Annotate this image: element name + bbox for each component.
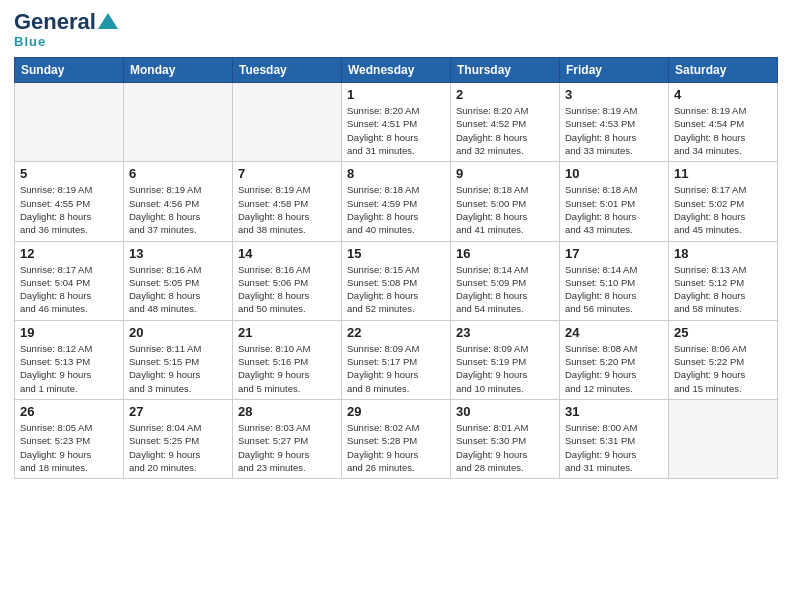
day-number: 17 (565, 246, 663, 261)
calendar-cell-w4d1: 27Sunrise: 8:04 AM Sunset: 5:25 PM Dayli… (124, 399, 233, 478)
svg-marker-0 (98, 13, 118, 29)
day-number: 24 (565, 325, 663, 340)
day-info: Sunrise: 8:19 AM Sunset: 4:53 PM Dayligh… (565, 104, 663, 157)
day-number: 3 (565, 87, 663, 102)
calendar-cell-w3d4: 23Sunrise: 8:09 AM Sunset: 5:19 PM Dayli… (451, 320, 560, 399)
day-number: 9 (456, 166, 554, 181)
calendar-cell-w0d1 (124, 83, 233, 162)
calendar-cell-w4d4: 30Sunrise: 8:01 AM Sunset: 5:30 PM Dayli… (451, 399, 560, 478)
logo-general: General (14, 10, 96, 34)
calendar-header-sunday: Sunday (15, 58, 124, 83)
day-info: Sunrise: 8:15 AM Sunset: 5:08 PM Dayligh… (347, 263, 445, 316)
day-number: 23 (456, 325, 554, 340)
day-info: Sunrise: 8:20 AM Sunset: 4:52 PM Dayligh… (456, 104, 554, 157)
day-number: 28 (238, 404, 336, 419)
day-info: Sunrise: 8:00 AM Sunset: 5:31 PM Dayligh… (565, 421, 663, 474)
day-info: Sunrise: 8:05 AM Sunset: 5:23 PM Dayligh… (20, 421, 118, 474)
day-number: 8 (347, 166, 445, 181)
day-number: 5 (20, 166, 118, 181)
day-number: 15 (347, 246, 445, 261)
calendar: SundayMondayTuesdayWednesdayThursdayFrid… (14, 57, 778, 479)
day-number: 4 (674, 87, 772, 102)
calendar-cell-w0d0 (15, 83, 124, 162)
calendar-cell-w2d2: 14Sunrise: 8:16 AM Sunset: 5:06 PM Dayli… (233, 241, 342, 320)
day-number: 20 (129, 325, 227, 340)
day-number: 18 (674, 246, 772, 261)
day-info: Sunrise: 8:18 AM Sunset: 5:00 PM Dayligh… (456, 183, 554, 236)
calendar-cell-w0d2 (233, 83, 342, 162)
calendar-cell-w2d3: 15Sunrise: 8:15 AM Sunset: 5:08 PM Dayli… (342, 241, 451, 320)
calendar-week-3: 19Sunrise: 8:12 AM Sunset: 5:13 PM Dayli… (15, 320, 778, 399)
day-info: Sunrise: 8:12 AM Sunset: 5:13 PM Dayligh… (20, 342, 118, 395)
calendar-header-monday: Monday (124, 58, 233, 83)
logo: General Blue (14, 10, 119, 49)
calendar-cell-w3d6: 25Sunrise: 8:06 AM Sunset: 5:22 PM Dayli… (669, 320, 778, 399)
calendar-week-1: 5Sunrise: 8:19 AM Sunset: 4:55 PM Daylig… (15, 162, 778, 241)
day-number: 30 (456, 404, 554, 419)
day-info: Sunrise: 8:18 AM Sunset: 4:59 PM Dayligh… (347, 183, 445, 236)
day-info: Sunrise: 8:13 AM Sunset: 5:12 PM Dayligh… (674, 263, 772, 316)
calendar-cell-w0d5: 3Sunrise: 8:19 AM Sunset: 4:53 PM Daylig… (560, 83, 669, 162)
calendar-cell-w1d1: 6Sunrise: 8:19 AM Sunset: 4:56 PM Daylig… (124, 162, 233, 241)
day-info: Sunrise: 8:16 AM Sunset: 5:06 PM Dayligh… (238, 263, 336, 316)
calendar-cell-w1d5: 10Sunrise: 8:18 AM Sunset: 5:01 PM Dayli… (560, 162, 669, 241)
calendar-cell-w3d5: 24Sunrise: 8:08 AM Sunset: 5:20 PM Dayli… (560, 320, 669, 399)
day-info: Sunrise: 8:20 AM Sunset: 4:51 PM Dayligh… (347, 104, 445, 157)
calendar-cell-w0d6: 4Sunrise: 8:19 AM Sunset: 4:54 PM Daylig… (669, 83, 778, 162)
day-info: Sunrise: 8:04 AM Sunset: 5:25 PM Dayligh… (129, 421, 227, 474)
day-number: 12 (20, 246, 118, 261)
calendar-cell-w1d0: 5Sunrise: 8:19 AM Sunset: 4:55 PM Daylig… (15, 162, 124, 241)
calendar-cell-w2d6: 18Sunrise: 8:13 AM Sunset: 5:12 PM Dayli… (669, 241, 778, 320)
calendar-cell-w0d4: 2Sunrise: 8:20 AM Sunset: 4:52 PM Daylig… (451, 83, 560, 162)
calendar-cell-w3d3: 22Sunrise: 8:09 AM Sunset: 5:17 PM Dayli… (342, 320, 451, 399)
day-info: Sunrise: 8:17 AM Sunset: 5:02 PM Dayligh… (674, 183, 772, 236)
day-info: Sunrise: 8:16 AM Sunset: 5:05 PM Dayligh… (129, 263, 227, 316)
calendar-week-2: 12Sunrise: 8:17 AM Sunset: 5:04 PM Dayli… (15, 241, 778, 320)
day-number: 13 (129, 246, 227, 261)
calendar-cell-w1d2: 7Sunrise: 8:19 AM Sunset: 4:58 PM Daylig… (233, 162, 342, 241)
day-info: Sunrise: 8:19 AM Sunset: 4:54 PM Dayligh… (674, 104, 772, 157)
day-info: Sunrise: 8:01 AM Sunset: 5:30 PM Dayligh… (456, 421, 554, 474)
logo-triangle-icon (97, 11, 119, 31)
day-number: 1 (347, 87, 445, 102)
day-number: 26 (20, 404, 118, 419)
day-number: 10 (565, 166, 663, 181)
calendar-header-saturday: Saturday (669, 58, 778, 83)
calendar-header-friday: Friday (560, 58, 669, 83)
day-number: 29 (347, 404, 445, 419)
day-info: Sunrise: 8:08 AM Sunset: 5:20 PM Dayligh… (565, 342, 663, 395)
day-number: 21 (238, 325, 336, 340)
calendar-cell-w2d0: 12Sunrise: 8:17 AM Sunset: 5:04 PM Dayli… (15, 241, 124, 320)
calendar-cell-w4d3: 29Sunrise: 8:02 AM Sunset: 5:28 PM Dayli… (342, 399, 451, 478)
calendar-cell-w1d4: 9Sunrise: 8:18 AM Sunset: 5:00 PM Daylig… (451, 162, 560, 241)
calendar-cell-w1d6: 11Sunrise: 8:17 AM Sunset: 5:02 PM Dayli… (669, 162, 778, 241)
calendar-cell-w4d2: 28Sunrise: 8:03 AM Sunset: 5:27 PM Dayli… (233, 399, 342, 478)
day-info: Sunrise: 8:09 AM Sunset: 5:19 PM Dayligh… (456, 342, 554, 395)
logo-blue: Blue (14, 34, 46, 49)
day-number: 19 (20, 325, 118, 340)
day-info: Sunrise: 8:19 AM Sunset: 4:58 PM Dayligh… (238, 183, 336, 236)
day-number: 25 (674, 325, 772, 340)
day-info: Sunrise: 8:18 AM Sunset: 5:01 PM Dayligh… (565, 183, 663, 236)
calendar-header-wednesday: Wednesday (342, 58, 451, 83)
calendar-header-thursday: Thursday (451, 58, 560, 83)
calendar-header-tuesday: Tuesday (233, 58, 342, 83)
calendar-cell-w4d5: 31Sunrise: 8:00 AM Sunset: 5:31 PM Dayli… (560, 399, 669, 478)
day-info: Sunrise: 8:14 AM Sunset: 5:09 PM Dayligh… (456, 263, 554, 316)
calendar-cell-w2d1: 13Sunrise: 8:16 AM Sunset: 5:05 PM Dayli… (124, 241, 233, 320)
day-info: Sunrise: 8:03 AM Sunset: 5:27 PM Dayligh… (238, 421, 336, 474)
day-number: 27 (129, 404, 227, 419)
calendar-cell-w0d3: 1Sunrise: 8:20 AM Sunset: 4:51 PM Daylig… (342, 83, 451, 162)
day-number: 31 (565, 404, 663, 419)
day-number: 7 (238, 166, 336, 181)
day-number: 11 (674, 166, 772, 181)
day-info: Sunrise: 8:06 AM Sunset: 5:22 PM Dayligh… (674, 342, 772, 395)
calendar-header-row: SundayMondayTuesdayWednesdayThursdayFrid… (15, 58, 778, 83)
calendar-cell-w1d3: 8Sunrise: 8:18 AM Sunset: 4:59 PM Daylig… (342, 162, 451, 241)
day-info: Sunrise: 8:02 AM Sunset: 5:28 PM Dayligh… (347, 421, 445, 474)
day-number: 14 (238, 246, 336, 261)
calendar-cell-w3d1: 20Sunrise: 8:11 AM Sunset: 5:15 PM Dayli… (124, 320, 233, 399)
calendar-cell-w4d6 (669, 399, 778, 478)
calendar-cell-w3d2: 21Sunrise: 8:10 AM Sunset: 5:16 PM Dayli… (233, 320, 342, 399)
day-info: Sunrise: 8:14 AM Sunset: 5:10 PM Dayligh… (565, 263, 663, 316)
